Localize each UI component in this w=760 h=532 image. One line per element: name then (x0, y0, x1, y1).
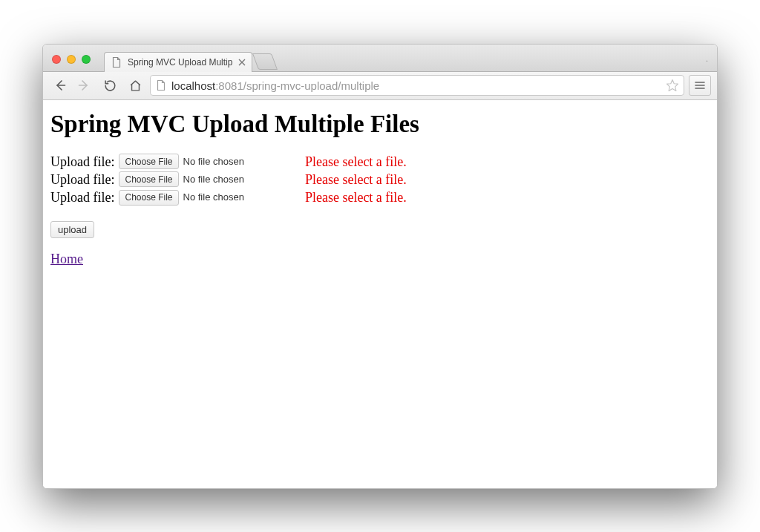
browser-toolbar: localhost:8081/spring-mvc-upload/multipl… (43, 72, 717, 100)
browser-window: Spring MVC Upload Multip . (42, 44, 718, 489)
choose-file-button[interactable]: Choose File (119, 190, 178, 206)
file-status: No file chosen (183, 173, 244, 186)
file-status: No file chosen (183, 155, 244, 168)
minimize-window-button[interactable] (67, 55, 76, 64)
file-status: No file chosen (183, 191, 244, 204)
tab-title: Spring MVC Upload Multip (128, 57, 233, 68)
choose-file-button[interactable]: Choose File (119, 154, 178, 169)
titlebar-right-text: . (706, 54, 717, 71)
file-input[interactable]: Choose File No file chosen (119, 171, 243, 187)
error-message: Please select a file. (305, 171, 407, 188)
file-input[interactable]: Choose File No file chosen (119, 154, 243, 169)
forward-button[interactable] (74, 75, 95, 96)
choose-file-button[interactable]: Choose File (119, 171, 178, 187)
upload-label: Upload file: (50, 171, 114, 188)
tab-strip: Spring MVC Upload Multip (104, 45, 275, 71)
back-button[interactable] (49, 75, 70, 96)
reload-button[interactable] (99, 75, 120, 96)
new-tab-button[interactable] (252, 53, 278, 70)
upload-submit-button[interactable]: upload (50, 221, 94, 238)
url-port: :8081 (215, 79, 243, 92)
submit-row: upload (50, 221, 710, 238)
file-input[interactable]: Choose File No file chosen (119, 190, 243, 206)
browser-tab[interactable]: Spring MVC Upload Multip (104, 52, 252, 72)
upload-row: Upload file: Choose File No file chosen … (50, 171, 710, 188)
window-controls (43, 55, 91, 71)
address-bar[interactable]: localhost:8081/spring-mvc-upload/multipl… (150, 75, 684, 96)
svg-marker-2 (667, 80, 678, 91)
home-link[interactable]: Home (50, 252, 83, 267)
upload-label: Upload file: (50, 188, 114, 206)
error-message: Please select a file. (305, 188, 407, 206)
page-icon (155, 79, 167, 91)
upload-row: Upload file: Choose File No file chosen … (50, 153, 710, 171)
error-message: Please select a file. (305, 153, 407, 171)
menu-button[interactable] (689, 75, 711, 96)
url-host: localhost (171, 79, 215, 92)
page-icon (111, 56, 122, 68)
url-text[interactable]: localhost:8081/spring-mvc-upload/multipl… (171, 79, 661, 92)
url-path: /spring-mvc-upload/multiple (243, 79, 379, 92)
zoom-window-button[interactable] (82, 55, 91, 64)
home-button[interactable] (125, 75, 145, 96)
close-window-button[interactable] (52, 55, 61, 64)
upload-label: Upload file: (50, 153, 114, 171)
page-content: Spring MVC Upload Multiple Files Upload … (43, 100, 717, 488)
page-heading: Spring MVC Upload Multiple Files (50, 111, 710, 138)
upload-row: Upload file: Choose File No file chosen … (50, 188, 710, 206)
bookmark-star-icon[interactable] (666, 79, 679, 92)
close-tab-icon[interactable] (238, 59, 246, 66)
window-titlebar: Spring MVC Upload Multip . (43, 45, 717, 72)
